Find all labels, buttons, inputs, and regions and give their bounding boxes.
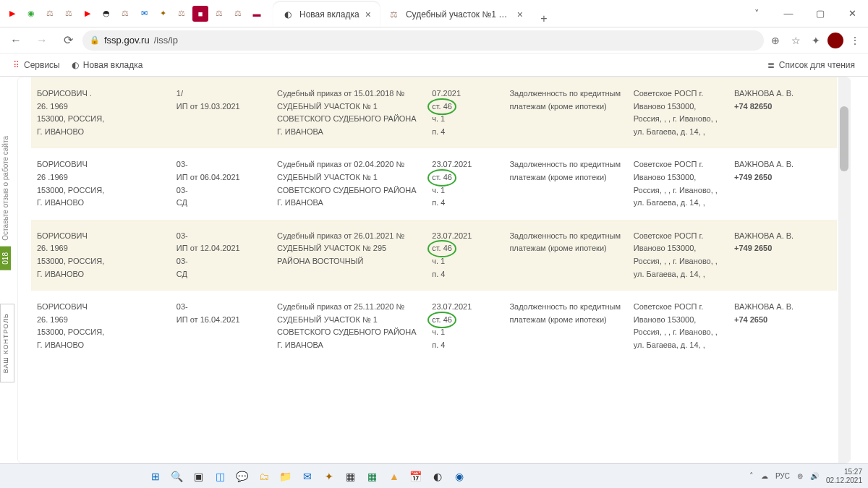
url-host: fssp.gov.ru — [104, 35, 150, 46]
bookmark-services-label: Сервисы — [24, 60, 60, 70]
tab-close-icon[interactable]: × — [365, 9, 371, 20]
youtube2-icon[interactable]: ▶ — [80, 6, 95, 22]
app-2-icon[interactable]: ▲ — [385, 467, 404, 486]
bookmark-newtab[interactable]: ◐ Новая вкладка — [67, 57, 148, 73]
cell-document: Судебный приказ от 02.04.2020 № СУДЕБНЫЙ… — [271, 148, 426, 219]
window-minimize-button[interactable]: — — [773, 3, 804, 25]
start-button[interactable]: ⊞ — [146, 467, 165, 486]
sber-icon[interactable]: ◉ — [23, 6, 39, 22]
apps-grid-icon: ⠿ — [13, 60, 20, 70]
bookmark-services[interactable]: ⠿ Сервисы — [9, 57, 64, 73]
cell-subject: Задолженность по кредитным платежам (кро… — [503, 291, 627, 361]
widgets-icon[interactable]: ◫ — [211, 467, 230, 486]
url-path: /iss/ip — [154, 35, 178, 46]
bookmark-newtab-label: Новая вкладка — [83, 60, 143, 70]
profile-avatar[interactable] — [827, 33, 843, 48]
cell-officer: ВАЖНОВА А. В.+74 2650 — [728, 291, 837, 361]
cell-ip: 1/ИП от 19.03.2021 — [171, 77, 271, 148]
cell-debtor: БОРИСОВИЧ26. 1969153000, РОССИЯ,Г. ИВАНО… — [31, 220, 171, 291]
enforcement-table: БОРИСОВИЧ .26. 1969153000, РОССИЯ,Г. ИВА… — [31, 77, 837, 362]
cell-document: Судебный приказ от 26.01.2021 № СУДЕБНЫЙ… — [271, 220, 426, 291]
wifi-icon[interactable]: ⊚ — [797, 472, 803, 480]
new-tab-button[interactable]: + — [536, 11, 552, 27]
edge-icon[interactable]: ◉ — [450, 467, 469, 486]
cell-subject: Задолженность по кредитным платежам (кро… — [503, 77, 627, 148]
chrome-fav-icon: ◐ — [282, 9, 294, 20]
search-icon[interactable]: 🔍 — [168, 467, 187, 486]
taskview-icon[interactable]: ▣ — [190, 467, 208, 486]
url-input[interactable]: 🔒 fssp.gov.ru/iss/ip — [82, 30, 764, 51]
taskbar-lang[interactable]: РУС — [775, 472, 790, 480]
window-close-button[interactable]: ✕ — [836, 3, 868, 25]
excel-icon[interactable]: ▦ — [363, 467, 382, 486]
volume-icon[interactable]: 🔊 — [810, 472, 819, 480]
reading-list-label: Список для чтения — [779, 60, 855, 70]
small-red-icon[interactable]: ▬ — [249, 6, 265, 22]
tab-2-label: Судебный участок №1 Советск — [406, 9, 511, 20]
cell-termination: 23.07.2021ст. 46ч. 1п. 4 — [426, 148, 503, 219]
nav-back-button[interactable]: ← — [4, 29, 27, 52]
scales-2-icon[interactable]: ⚖ — [61, 6, 77, 22]
mail-icon[interactable]: ✉ — [136, 6, 152, 22]
cell-debtor: БОРИСОВИЧ26. 1969153000, РОССИЯ,Г. ИВАНО… — [31, 291, 171, 361]
taskbar-date: 02.12.2021 — [826, 476, 862, 485]
browser-tab-2[interactable]: ⚖ Судебный участок №1 Советск × — [380, 2, 532, 27]
cell-termination: 23.07.2021ст. 46ч. 1п. 4 — [426, 291, 503, 361]
table-row: БОРИСОВИЧ26. 1969153000, РОССИЯ,Г. ИВАНО… — [31, 220, 837, 291]
feedback-label: Оставьте отзыв о работе сайта — [0, 130, 11, 247]
reading-list-button[interactable]: ≣ Список для чтения — [763, 57, 859, 73]
tray-overflow-icon[interactable]: ˄ — [749, 471, 754, 481]
nav-reload-button[interactable]: ⟳ — [56, 29, 80, 52]
cell-department: Советское РОСП г. Иваново 153000, Россия… — [628, 291, 728, 361]
cell-officer: ВАЖНОВА А. В.+74 82650 — [728, 77, 837, 148]
round-icon[interactable]: ◓ — [98, 6, 114, 22]
chevron-down-icon[interactable]: ˅ — [741, 3, 773, 25]
taskbar-time: 15:27 — [826, 468, 862, 476]
folder-icon[interactable]: 📁 — [276, 467, 295, 486]
scales-fav-icon: ⚖ — [388, 9, 400, 20]
cloud-icon[interactable]: ☁ — [761, 472, 768, 480]
search-ext-icon[interactable]: ⊕ — [767, 32, 784, 49]
cell-department: Советское РОСП г. Иваново 153000, Россия… — [628, 77, 728, 148]
window-maximize-button[interactable]: ▢ — [804, 3, 836, 25]
table-row: БОРИСОВИЧ26 .1969153000, РОССИЯ,Г. ИВАНО… — [31, 148, 837, 219]
tab-close-icon[interactable]: × — [517, 9, 523, 20]
cell-officer: ВАЖНОВА А. В.+749 2650 — [728, 148, 837, 219]
red-square-icon[interactable]: ■ — [192, 6, 208, 22]
list-icon: ≣ — [767, 60, 775, 70]
nav-forward-button[interactable]: → — [30, 29, 54, 52]
scales-4-icon[interactable]: ⚖ — [174, 6, 190, 22]
calendar-icon[interactable]: 📅 — [407, 467, 425, 486]
globe-icon: ◐ — [72, 60, 79, 70]
puzzle-icon[interactable]: ✦ — [807, 32, 825, 49]
menu-icon[interactable]: ⋮ — [846, 32, 864, 49]
youtube-icon[interactable]: ▶ — [4, 6, 20, 22]
scales-6-icon[interactable]: ⚖ — [230, 6, 246, 22]
feedback-strip[interactable]: Оставьте отзыв о работе сайта 018 — [0, 130, 14, 270]
bookmarks-bar: ⠿ Сервисы ◐ Новая вкладка ≣ Список для ч… — [0, 53, 868, 77]
cell-department: Советское РОСП г. Иваново 153000, Россия… — [628, 148, 728, 219]
emblem-icon[interactable]: ✦ — [155, 6, 171, 22]
vash-kontrol-strip[interactable]: ВАШ КОНТРОЛЬ — [0, 304, 14, 382]
eagle-icon[interactable]: ✦ — [320, 467, 339, 486]
scales-1-icon[interactable]: ⚖ — [42, 6, 58, 22]
explorer-icon[interactable]: 🗂 — [255, 467, 273, 486]
scales-3-icon[interactable]: ⚖ — [117, 6, 133, 22]
chat-icon[interactable]: 💬 — [233, 467, 252, 486]
mail-tb-icon[interactable]: ✉ — [298, 467, 317, 486]
cell-subject: Задолженность по кредитным платежам (кро… — [503, 148, 627, 219]
cell-ip: 03-ИП от 12.04.2021 03-СД — [171, 220, 271, 291]
vertical-scrollbar[interactable] — [838, 77, 850, 463]
chrome-icon[interactable]: ◐ — [428, 467, 447, 486]
taskbar-clock[interactable]: 15:27 02.12.2021 — [826, 468, 862, 485]
tab-1-label: Новая вкладка — [299, 9, 359, 20]
scales-5-icon[interactable]: ⚖ — [211, 6, 227, 22]
cell-document: Судебный приказ от 25.11.2020 № СУДЕБНЫЙ… — [271, 291, 426, 361]
app-1-icon[interactable]: ▦ — [341, 467, 360, 486]
cell-termination: 07.2021ст. 46ч. 1п. 4 — [426, 77, 503, 148]
cell-officer: ВАЖНОВА А. В.+749 2650 — [728, 220, 837, 291]
windows-taskbar: ⊞ 🔍 ▣ ◫ 💬 🗂 📁 ✉ ✦ ▦ ▦ ▲ 📅 ◐ ◉ ˄ ☁ РУС ⊚ … — [0, 463, 868, 488]
window-title-bar: ▶ ◉ ⚖ ⚖ ▶ ◓ ⚖ ✉ ✦ ⚖ ■ ⚖ ⚖ ▬ ◐ Новая вкла… — [0, 0, 868, 27]
star-icon[interactable]: ☆ — [787, 32, 804, 49]
browser-tab-1[interactable]: ◐ Новая вкладка × — [273, 2, 380, 27]
